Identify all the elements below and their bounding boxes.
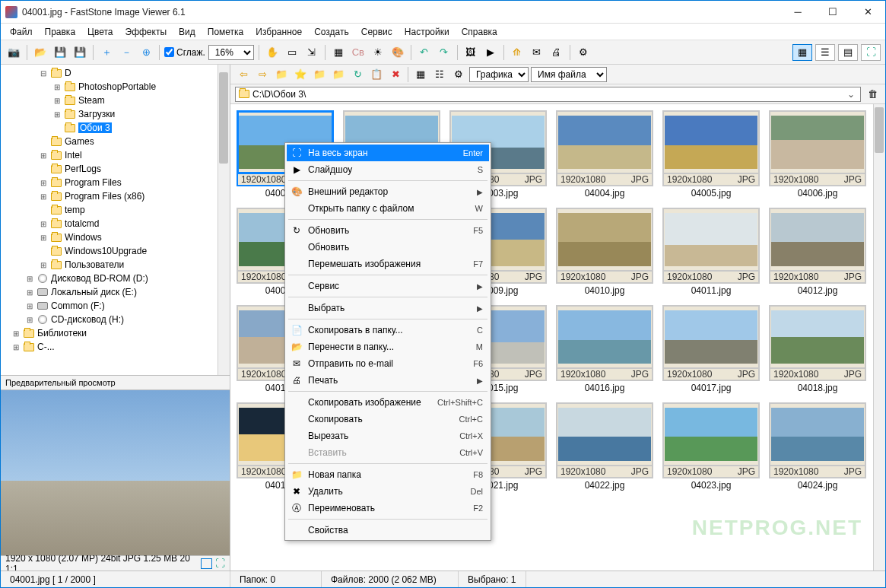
slideshow-icon[interactable]: ▶ <box>482 44 499 61</box>
expand-icon[interactable]: ⊞ <box>52 110 62 119</box>
expand-icon[interactable]: ⊞ <box>52 97 62 105</box>
thumbnail[interactable]: 1920x1080JPG04018.jpg <box>767 305 868 393</box>
menu-item[interactable]: ↻ОбновитьF5 <box>287 222 489 239</box>
menu-item[interactable]: ВырезатьCtrl+X <box>287 427 489 444</box>
chevron-down-icon[interactable]: ⌄ <box>845 89 857 100</box>
menu-item[interactable]: ✖УдалитьDel <box>287 483 489 500</box>
fullscreen-icon[interactable]: ⛶ <box>215 558 225 568</box>
canvas-icon[interactable]: ▦ <box>330 44 347 61</box>
expand-icon[interactable]: ⊞ <box>39 151 48 160</box>
menu-item[interactable]: 📁Новая папкаF8 <box>287 466 489 483</box>
expand-icon[interactable]: ⊞ <box>52 83 62 91</box>
thumbnail[interactable]: 1920x1080JPG04012.jpg <box>767 208 868 296</box>
open-icon[interactable]: 📂 <box>32 44 49 61</box>
tree-node[interactable]: ⊞Steam <box>1 94 230 107</box>
thumbnail[interactable]: 1920x1080JPG04016.jpg <box>554 305 655 393</box>
refresh-icon[interactable]: ↻ <box>349 66 366 83</box>
menu-item[interactable]: 📄Скопировать в папку...C <box>287 322 489 338</box>
menu-цвета[interactable]: Цвета <box>81 25 119 39</box>
adjust-icon[interactable]: ☀ <box>370 44 386 61</box>
menu-правка[interactable]: Правка <box>39 25 82 39</box>
zoom-dropdown[interactable]: 16% <box>208 45 254 60</box>
menu-справка[interactable]: Справка <box>456 25 503 39</box>
save-icon[interactable]: 💾 <box>52 44 68 61</box>
saveas-icon[interactable]: 💾 <box>71 44 88 61</box>
thumbs-opts-icon[interactable]: ⚙ <box>450 66 467 83</box>
menu-эффекты[interactable]: Эффекты <box>119 25 173 39</box>
thumbnail[interactable]: 1920x1080JPG04022.jpg <box>554 402 655 491</box>
tree-node[interactable]: ⊞Intel <box>1 148 230 162</box>
settings-icon[interactable]: ⚙ <box>575 44 592 61</box>
colors-icon[interactable]: 🎨 <box>389 44 406 61</box>
filter-icon[interactable]: 📋 <box>368 66 385 83</box>
fav2-icon[interactable]: 📁 <box>311 66 328 83</box>
menu-item[interactable]: СкопироватьCtrl+C <box>287 411 489 427</box>
view-thumbs-button[interactable]: ▦ <box>792 44 812 61</box>
thumbs-small-icon[interactable]: ▦ <box>412 66 429 83</box>
menu-item[interactable]: 🎨Внешний редактор▶ <box>287 183 489 200</box>
tree-node[interactable]: ⊞Common (F:) <box>1 299 230 313</box>
text-icon[interactable]: Св <box>350 44 367 61</box>
tree-node[interactable]: ⊞CD-дисковод (H:) <box>1 313 230 326</box>
zoom-in-icon[interactable]: ＋ <box>98 44 115 61</box>
menu-item[interactable]: 📂Перенести в папку...M <box>287 338 489 355</box>
tree-node[interactable]: ⊞totalcmd <box>1 217 230 230</box>
expand-icon[interactable]: ⊞ <box>39 192 48 201</box>
tree-node[interactable]: ⊞Загрузки <box>1 107 230 121</box>
email-icon[interactable]: ✉ <box>529 44 545 61</box>
folder-tree[interactable]: ⊟D⊞PhotoshopPortable⊞Steam⊞ЗагрузкиОбои … <box>1 65 230 375</box>
menu-item[interactable]: ✉Отправить по e-mailF6 <box>287 355 489 372</box>
tree-node[interactable]: ⊞Windows <box>1 230 230 244</box>
tree-node[interactable]: ⊟D <box>1 66 230 80</box>
thumbnail[interactable]: 1920x1080JPG04017.jpg <box>661 305 761 393</box>
preview-pane[interactable] <box>1 390 230 555</box>
newfolder-icon[interactable]: 📁 <box>330 66 347 83</box>
expand-icon[interactable]: ⊞ <box>39 261 48 269</box>
expand-icon[interactable]: ⊞ <box>25 288 34 297</box>
tree-node[interactable]: Windows10Upgrade <box>1 244 230 258</box>
smooth-checkbox[interactable]: Сглаж. <box>164 47 205 58</box>
tree-node[interactable]: ⊞C-... <box>1 340 230 354</box>
tree-node[interactable]: ⊞Библиотеки <box>1 326 230 340</box>
rotate-left-icon[interactable]: ↶ <box>416 44 433 61</box>
menu-пометка[interactable]: Пометка <box>202 25 250 39</box>
path-field[interactable]: C:\D\Обои 3\ ⌄ <box>235 87 861 102</box>
crop-icon[interactable]: ▭ <box>284 44 300 61</box>
thumbnail[interactable]: 1920x1080JPG04024.jpg <box>767 402 868 491</box>
tree-node[interactable]: ⊞PhotoshopPortable <box>1 80 230 94</box>
expand-icon[interactable]: ⊞ <box>39 220 48 228</box>
zoom-fit-icon[interactable]: ⊕ <box>138 44 154 61</box>
tree-node[interactable]: ⊞Program Files <box>1 176 230 189</box>
thumbnail[interactable]: 1920x1080JPG04023.jpg <box>661 402 761 491</box>
thumbnail[interactable]: 1920x1080JPG04011.jpg <box>661 208 761 296</box>
menu-создать[interactable]: Создать <box>308 25 355 39</box>
thumbnail[interactable]: 1920x1080JPG04010.jpg <box>554 208 655 296</box>
tree-node[interactable]: temp <box>1 203 230 217</box>
delete-icon[interactable]: ✖ <box>387 66 404 83</box>
menu-item[interactable]: Сервис▶ <box>287 278 489 294</box>
expand-icon[interactable]: ⊞ <box>25 302 34 310</box>
acquire-icon[interactable]: 📷 <box>5 44 22 61</box>
menu-item[interactable]: Скопировать изображениеCtrl+Shift+C <box>287 394 489 411</box>
rotate-right-icon[interactable]: ↷ <box>436 44 453 61</box>
close-button[interactable]: ✕ <box>850 1 885 24</box>
thumbnail[interactable]: 1920x1080JPG04005.jpg <box>661 110 761 199</box>
fullscreen-button[interactable]: ⛶ <box>861 44 881 61</box>
tree-node[interactable]: ⊞Пользователи <box>1 258 230 272</box>
menu-файл[interactable]: Файл <box>4 25 39 39</box>
maximize-button[interactable]: ☐ <box>815 1 850 24</box>
thumbnail[interactable]: 1920x1080JPG04004.jpg <box>554 110 655 199</box>
trash-icon[interactable]: 🗑 <box>864 86 881 103</box>
scrollbar[interactable] <box>218 65 230 375</box>
expand-icon[interactable]: ⊞ <box>11 329 21 338</box>
resize-icon[interactable]: ⇲ <box>303 44 320 61</box>
expand-icon[interactable]: ⊞ <box>11 343 21 351</box>
menu-item[interactable]: Открыть папку с файломW <box>287 200 489 217</box>
expand-icon[interactable]: ⊞ <box>25 316 34 324</box>
tree-node[interactable]: ⊞Локальный диск (E:) <box>1 285 230 299</box>
tree-node[interactable]: Обои 3 <box>1 121 230 135</box>
filter-dropdown[interactable]: Графика <box>469 67 529 82</box>
expand-icon[interactable]: ⊟ <box>39 69 48 78</box>
zoom-out-icon[interactable]: － <box>118 44 135 61</box>
thumbnail[interactable]: 1920x1080JPG04006.jpg <box>767 110 868 199</box>
